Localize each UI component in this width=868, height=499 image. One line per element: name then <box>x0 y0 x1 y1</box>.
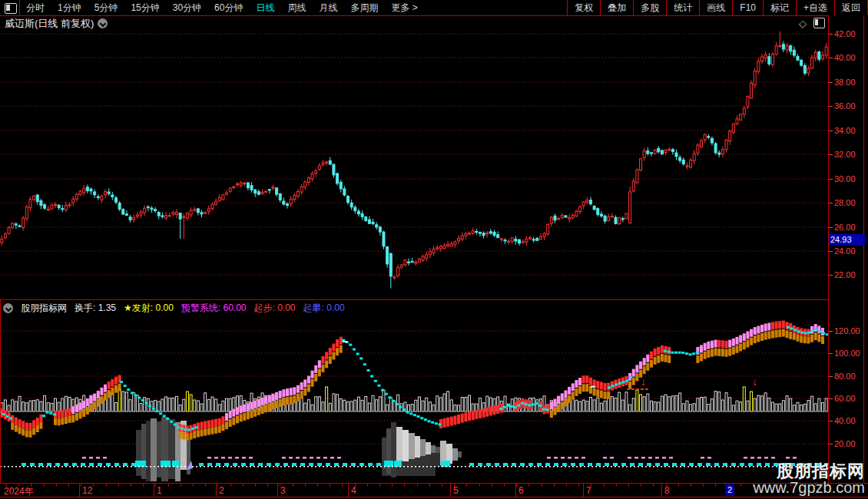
watermark-site-name: 股朋指标网 <box>753 462 865 480</box>
month-separator <box>79 484 80 497</box>
toolbar-tool-复权[interactable]: 复权 <box>567 0 600 15</box>
toolbar-separator <box>19 0 20 15</box>
toolbar-tool-F10[interactable]: F10 <box>732 0 763 15</box>
toolbar-period-15分钟[interactable]: 15分钟 <box>131 2 159 15</box>
time-axis-tick <box>379 484 380 487</box>
time-axis-tick <box>715 484 716 487</box>
time-axis-tick <box>504 484 505 487</box>
month-separator <box>216 484 217 497</box>
time-axis-tick <box>442 484 442 487</box>
time-axis-tick <box>330 484 330 487</box>
month-label: 1 <box>157 485 162 496</box>
axis-tick <box>829 131 833 131</box>
axis-tick <box>829 398 833 399</box>
time-axis-tick <box>691 484 691 487</box>
time-axis-tick <box>516 484 517 487</box>
indicator-values: 换手: 1.35★发射: 0.00预警系统: 60.00起步: 0.00起攀: … <box>75 302 345 315</box>
time-axis-tick <box>317 484 318 487</box>
price-axis[interactable]: 24.93 42.0040.0038.0036.0034.0032.0030.0… <box>829 15 868 482</box>
month-label: 4 <box>351 485 356 496</box>
chevron-down-icon[interactable] <box>3 303 13 313</box>
toolbar-tool-标记[interactable]: 标记 <box>763 0 796 15</box>
axis-label: 30.00 <box>834 174 868 183</box>
indicator-field-★发射: ★发射: 0.00 <box>124 302 174 315</box>
axis-tick <box>829 376 833 377</box>
turnover-histogram <box>1 387 827 411</box>
layout-icon[interactable] <box>5 3 17 14</box>
month-label: 6 <box>518 485 524 496</box>
stock-terminal-window: 分时1分钟5分钟15分钟30分钟60分钟日线周线月线多周期更多 > 复权叠加多股… <box>0 0 868 499</box>
axis-label: 28.00 <box>834 198 868 207</box>
axis-tick <box>829 179 833 180</box>
period-menu: 分时1分钟5分钟15分钟30分钟60分钟日线周线月线多周期更多 > <box>26 2 418 15</box>
indicator-field-起攀: 起攀: 0.00 <box>303 302 345 315</box>
time-axis-tick <box>703 484 704 487</box>
time-axis[interactable]: 2024年12123456782 <box>0 483 868 497</box>
time-axis-tick <box>68 484 69 487</box>
sell-arrow-markers: ↓↓ <box>187 375 757 470</box>
time-axis-tick <box>293 484 293 487</box>
time-axis-tick <box>205 484 206 487</box>
toolbar-tool-返回[interactable]: 返回 <box>834 0 868 15</box>
time-axis-tick <box>255 484 256 487</box>
toolbar-period-周线[interactable]: 周线 <box>287 2 306 15</box>
main-gridlines <box>0 34 828 275</box>
axis-tick <box>829 227 833 228</box>
axis-tick <box>829 34 833 35</box>
toolbar-period-多周期[interactable]: 多周期 <box>350 2 378 15</box>
main-candlestick-chart[interactable] <box>0 15 828 299</box>
month-label: 5 <box>453 485 459 496</box>
axis-tick <box>829 203 833 203</box>
time-axis-tick <box>528 484 529 487</box>
time-axis-tick <box>106 484 107 487</box>
axis-label: 120.00 <box>834 326 868 335</box>
toolbar-tool-画线[interactable]: 画线 <box>699 0 732 15</box>
time-axis-tick <box>479 484 480 487</box>
indicator-chart[interactable]: ↓↓ <box>0 299 828 482</box>
toolbar-period-分时[interactable]: 分时 <box>26 2 45 15</box>
toolbar-tool-叠加[interactable]: 叠加 <box>600 0 633 15</box>
time-axis-tick <box>466 484 467 487</box>
axis-tick <box>829 251 833 252</box>
month-separator <box>661 484 662 497</box>
toolbar-period-5分钟[interactable]: 5分钟 <box>94 2 118 15</box>
tools-menu: 复权叠加多股统计画线F10标记+自选返回 <box>567 0 868 15</box>
axis-label: 36.00 <box>834 101 868 111</box>
left-border <box>0 299 1 497</box>
axis-tick <box>829 82 833 83</box>
time-axis-tick <box>492 484 492 487</box>
toolbar-period-60分钟[interactable]: 60分钟 <box>214 2 243 15</box>
panel-divider[interactable] <box>0 299 868 300</box>
axis-tick <box>829 275 833 276</box>
axis-label: 42.00 <box>834 29 868 38</box>
month-separator <box>583 484 584 497</box>
axis-label: 24.00 <box>834 246 868 256</box>
axis-label: 22.00 <box>834 270 868 279</box>
toolbar-period-更多 >[interactable]: 更多 > <box>391 2 417 15</box>
indicator-field-预警系统: 预警系统: 60.00 <box>181 302 247 315</box>
toolbar-period-日线[interactable]: 日线 <box>256 2 274 15</box>
time-axis-tick <box>616 484 617 487</box>
toolbar-period-月线[interactable]: 月线 <box>319 2 337 15</box>
month-label: 12 <box>82 485 92 496</box>
time-axis-tick <box>392 484 393 487</box>
toolbar-tool-统计[interactable]: 统计 <box>666 0 699 15</box>
toolbar-period-1分钟[interactable]: 1分钟 <box>58 2 81 15</box>
axis-label: 34.00 <box>834 126 868 135</box>
time-axis-tick <box>367 484 368 487</box>
indicator-header: 股朋指标网 换手: 1.35★发射: 0.00预警系统: 60.00起步: 0.… <box>3 302 345 314</box>
watermark: 股朋指标网 www.7gpzb.com <box>753 462 865 496</box>
toolbar-period-30分钟[interactable]: 30分钟 <box>173 2 201 15</box>
axis-tick <box>829 353 833 354</box>
cyan-dotted-line <box>0 326 828 431</box>
toolbar-tool-多股[interactable]: 多股 <box>633 0 666 15</box>
toolbar-tool-+自选[interactable]: +自选 <box>796 0 834 15</box>
axis-label: 38.00 <box>834 78 868 87</box>
time-axis-tick <box>143 484 144 487</box>
time-axis-tick <box>131 484 131 487</box>
axis-label: 80.00 <box>834 372 868 381</box>
axis-tick <box>829 331 833 332</box>
time-axis-tick <box>628 484 629 487</box>
month-label: 2 <box>219 485 224 496</box>
axis-label: 26.00 <box>834 223 868 232</box>
